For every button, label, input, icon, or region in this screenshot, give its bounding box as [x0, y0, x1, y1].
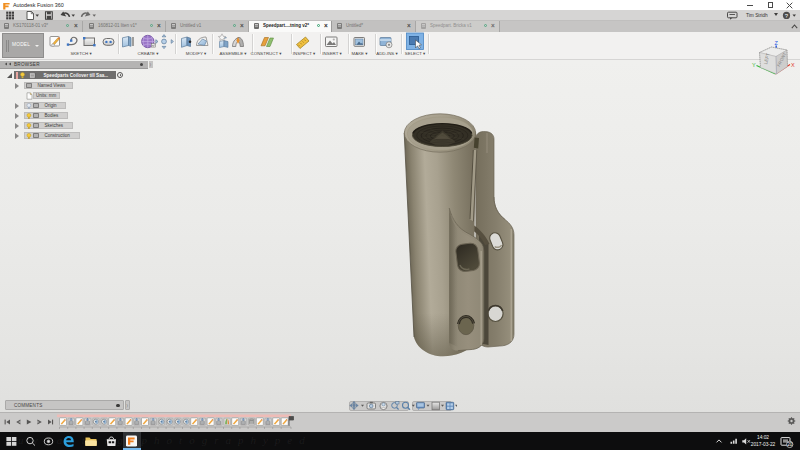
svg-text:Z: Z [775, 40, 779, 46]
svg-text:Y: Y [752, 62, 756, 68]
svg-text:20: 20 [787, 442, 793, 447]
svg-text:X: X [791, 62, 795, 68]
